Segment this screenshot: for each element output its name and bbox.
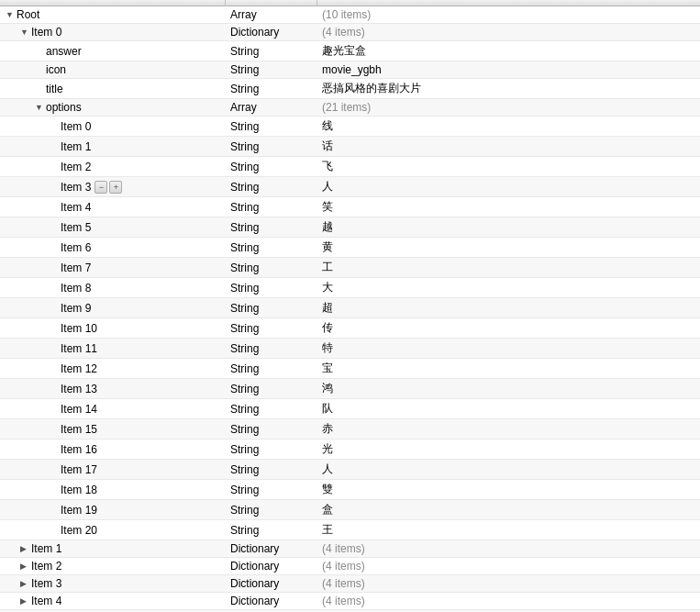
triangle-icon[interactable] xyxy=(6,10,15,19)
key-cell: Item 3 xyxy=(0,575,225,593)
type-cell: Dictionary xyxy=(225,540,317,558)
table-row[interactable]: Item 16String光 xyxy=(0,440,700,460)
key-label: Item 2 xyxy=(61,161,91,173)
table-row[interactable]: Item 18String雙 xyxy=(0,480,700,500)
type-cell: String xyxy=(225,278,317,298)
type-cell: String xyxy=(225,379,317,399)
plus-button[interactable]: + xyxy=(109,181,122,194)
triangle-icon[interactable] xyxy=(35,103,44,112)
value-cell: (4 items) xyxy=(317,575,700,593)
type-cell: String xyxy=(225,359,317,379)
key-cell: Item 2 xyxy=(0,558,225,575)
triangle-icon[interactable] xyxy=(20,596,29,606)
triangle-icon[interactable] xyxy=(20,544,29,553)
key-label: icon xyxy=(46,63,66,76)
table-row[interactable]: Item 2String飞 xyxy=(0,157,700,177)
table-row[interactable]: Item 11String特 xyxy=(0,339,700,359)
table-body: RootArray(10 items)Item 0Dictionary(4 it… xyxy=(0,6,700,613)
type-cell: String xyxy=(225,258,317,278)
value-cell: 趣光宝盒 xyxy=(317,41,700,61)
minus-button[interactable]: − xyxy=(94,181,107,194)
table-row[interactable]: Item 19String盒 xyxy=(0,500,700,520)
value-cell: 光 xyxy=(317,440,700,460)
triangle-icon[interactable] xyxy=(20,562,29,571)
type-cell: Array xyxy=(225,99,317,117)
value-cell: movie_ygbh xyxy=(317,61,700,79)
value-cell: 笑 xyxy=(317,197,700,217)
key-cell: Item 5 xyxy=(0,217,225,238)
triangle-icon[interactable] xyxy=(20,28,29,37)
type-cell: String xyxy=(225,480,317,500)
table-row[interactable]: Item 6String黄 xyxy=(0,238,700,258)
table-row[interactable]: Item 7String工 xyxy=(0,258,700,278)
table-row[interactable]: Item 4Dictionary(4 items) xyxy=(0,593,700,610)
table-row[interactable]: iconStringmovie_ygbh xyxy=(0,61,700,79)
key-label: title xyxy=(46,83,63,95)
table-row[interactable]: Item 0String线 xyxy=(0,117,700,137)
value-cell: (10 items) xyxy=(317,6,700,24)
table-row[interactable]: optionsArray(21 items) xyxy=(0,99,700,117)
value-cell: 人 xyxy=(317,177,700,197)
key-label: Item 3 xyxy=(31,577,61,590)
value-cell: (21 items) xyxy=(317,99,700,117)
key-label: answer xyxy=(46,45,82,58)
table-row[interactable]: Item 17String人 xyxy=(0,460,700,480)
table-row[interactable]: Item 14String队 xyxy=(0,399,700,419)
key-label: Item 15 xyxy=(61,423,97,436)
key-cell: Item 0 xyxy=(0,117,225,137)
key-cell: Item 10 xyxy=(0,318,225,339)
value-cell: 特 xyxy=(317,339,700,359)
table-row[interactable]: Item 4String笑 xyxy=(0,197,700,217)
table-row[interactable]: answerString趣光宝盒 xyxy=(0,41,700,61)
table-row[interactable]: Item 0Dictionary(4 items) xyxy=(0,24,700,41)
scroll-container[interactable]: RootArray(10 items)Item 0Dictionary(4 it… xyxy=(0,0,700,612)
key-cell: Item 1 xyxy=(0,540,225,558)
key-label: Item 13 xyxy=(61,383,97,395)
value-cell: 越 xyxy=(317,217,700,238)
type-cell: String xyxy=(225,339,317,359)
value-cell: 传 xyxy=(317,318,700,339)
value-cell: (4 items) xyxy=(317,558,700,575)
key-cell: Item 12 xyxy=(0,359,225,379)
table-row[interactable]: Item 9String超 xyxy=(0,298,700,318)
key-cell: Item 14 xyxy=(0,399,225,419)
key-cell: Item 11 xyxy=(0,339,225,359)
key-label: Item 7 xyxy=(61,261,91,274)
type-cell: Dictionary xyxy=(225,575,317,593)
table-row[interactable]: Item 8String大 xyxy=(0,278,700,298)
type-cell: String xyxy=(225,460,317,480)
type-cell: String xyxy=(225,117,317,137)
table-row[interactable]: Item 13String鸿 xyxy=(0,379,700,399)
type-cell: String xyxy=(225,137,317,157)
tree-table: RootArray(10 items)Item 0Dictionary(4 it… xyxy=(0,0,700,612)
value-cell: 恶搞风格的喜剧大片 xyxy=(317,79,700,99)
key-cell: answer xyxy=(0,41,225,61)
key-cell: Item 7 xyxy=(0,258,225,278)
value-cell: 大 xyxy=(317,278,700,298)
triangle-icon[interactable] xyxy=(20,579,29,588)
table-row[interactable]: Item 12String宝 xyxy=(0,359,700,379)
table-row[interactable]: titleString恶搞风格的喜剧大片 xyxy=(0,79,700,99)
table-row[interactable]: Item 3−+String人 xyxy=(0,177,700,197)
type-cell: String xyxy=(225,520,317,540)
key-cell: Item 16 xyxy=(0,440,225,460)
table-row[interactable]: Item 2Dictionary(4 items) xyxy=(0,558,700,575)
table-row[interactable]: Item 1String话 xyxy=(0,137,700,157)
table-row[interactable]: Item 15String赤 xyxy=(0,419,700,440)
key-label: Item 20 xyxy=(61,524,97,537)
table-row[interactable]: Item 5String越 xyxy=(0,217,700,238)
key-label: Item 4 xyxy=(31,595,61,607)
type-cell: Dictionary xyxy=(225,558,317,575)
key-cell: options xyxy=(0,99,225,117)
key-cell: Item 4 xyxy=(0,197,225,217)
table-row[interactable]: Item 20String王 xyxy=(0,520,700,540)
table-row[interactable]: Item 3Dictionary(4 items) xyxy=(0,575,700,593)
key-label: Item 16 xyxy=(61,443,97,456)
table-row[interactable]: Item 10String传 xyxy=(0,318,700,339)
key-label: Item 3 xyxy=(61,181,91,194)
table-row[interactable]: Item 1Dictionary(4 items) xyxy=(0,540,700,558)
type-cell: String xyxy=(225,177,317,197)
type-cell: String xyxy=(225,157,317,177)
key-label: Item 6 xyxy=(61,241,91,254)
table-row[interactable]: RootArray(10 items) xyxy=(0,6,700,24)
